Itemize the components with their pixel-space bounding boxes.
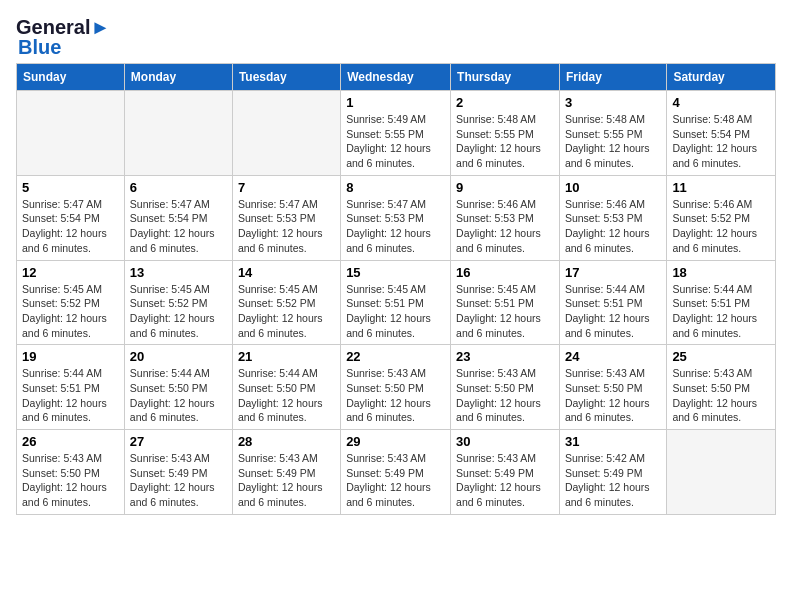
week-row-2: 5Sunrise: 5:47 AMSunset: 5:54 PMDaylight… xyxy=(17,175,776,260)
day-number: 10 xyxy=(565,180,661,195)
calendar-cell: 23Sunrise: 5:43 AMSunset: 5:50 PMDayligh… xyxy=(451,345,560,430)
calendar-cell xyxy=(232,91,340,176)
calendar-cell: 18Sunrise: 5:44 AMSunset: 5:51 PMDayligh… xyxy=(667,260,776,345)
calendar-cell: 31Sunrise: 5:42 AMSunset: 5:49 PMDayligh… xyxy=(559,430,666,515)
calendar-cell: 27Sunrise: 5:43 AMSunset: 5:49 PMDayligh… xyxy=(124,430,232,515)
cell-content: Sunrise: 5:43 AMSunset: 5:49 PMDaylight:… xyxy=(238,452,323,508)
col-header-thursday: Thursday xyxy=(451,64,560,91)
cell-content: Sunrise: 5:45 AMSunset: 5:51 PMDaylight:… xyxy=(346,283,431,339)
calendar-cell: 10Sunrise: 5:46 AMSunset: 5:53 PMDayligh… xyxy=(559,175,666,260)
day-number: 22 xyxy=(346,349,445,364)
day-number: 20 xyxy=(130,349,227,364)
calendar-cell: 16Sunrise: 5:45 AMSunset: 5:51 PMDayligh… xyxy=(451,260,560,345)
col-header-wednesday: Wednesday xyxy=(341,64,451,91)
day-number: 1 xyxy=(346,95,445,110)
day-number: 28 xyxy=(238,434,335,449)
calendar-table: SundayMondayTuesdayWednesdayThursdayFrid… xyxy=(16,63,776,515)
col-header-sunday: Sunday xyxy=(17,64,125,91)
day-number: 21 xyxy=(238,349,335,364)
calendar-cell: 21Sunrise: 5:44 AMSunset: 5:50 PMDayligh… xyxy=(232,345,340,430)
day-number: 2 xyxy=(456,95,554,110)
calendar-cell xyxy=(667,430,776,515)
calendar-cell: 17Sunrise: 5:44 AMSunset: 5:51 PMDayligh… xyxy=(559,260,666,345)
cell-content: Sunrise: 5:46 AMSunset: 5:53 PMDaylight:… xyxy=(456,198,541,254)
cell-content: Sunrise: 5:43 AMSunset: 5:50 PMDaylight:… xyxy=(346,367,431,423)
cell-content: Sunrise: 5:46 AMSunset: 5:52 PMDaylight:… xyxy=(672,198,757,254)
cell-content: Sunrise: 5:43 AMSunset: 5:50 PMDaylight:… xyxy=(456,367,541,423)
calendar-cell: 14Sunrise: 5:45 AMSunset: 5:52 PMDayligh… xyxy=(232,260,340,345)
calendar-cell: 20Sunrise: 5:44 AMSunset: 5:50 PMDayligh… xyxy=(124,345,232,430)
cell-content: Sunrise: 5:44 AMSunset: 5:50 PMDaylight:… xyxy=(238,367,323,423)
cell-content: Sunrise: 5:43 AMSunset: 5:50 PMDaylight:… xyxy=(672,367,757,423)
cell-content: Sunrise: 5:47 AMSunset: 5:53 PMDaylight:… xyxy=(346,198,431,254)
calendar-cell: 22Sunrise: 5:43 AMSunset: 5:50 PMDayligh… xyxy=(341,345,451,430)
day-number: 31 xyxy=(565,434,661,449)
day-number: 3 xyxy=(565,95,661,110)
cell-content: Sunrise: 5:48 AMSunset: 5:55 PMDaylight:… xyxy=(565,113,650,169)
logo-text: General► xyxy=(16,16,110,38)
cell-content: Sunrise: 5:46 AMSunset: 5:53 PMDaylight:… xyxy=(565,198,650,254)
logo-blue-text: Blue xyxy=(18,36,61,59)
calendar-cell: 19Sunrise: 5:44 AMSunset: 5:51 PMDayligh… xyxy=(17,345,125,430)
day-number: 11 xyxy=(672,180,770,195)
calendar-cell xyxy=(17,91,125,176)
day-number: 9 xyxy=(456,180,554,195)
cell-content: Sunrise: 5:48 AMSunset: 5:54 PMDaylight:… xyxy=(672,113,757,169)
day-number: 6 xyxy=(130,180,227,195)
calendar-cell: 8Sunrise: 5:47 AMSunset: 5:53 PMDaylight… xyxy=(341,175,451,260)
cell-content: Sunrise: 5:43 AMSunset: 5:50 PMDaylight:… xyxy=(22,452,107,508)
calendar-cell xyxy=(124,91,232,176)
day-number: 18 xyxy=(672,265,770,280)
calendar-cell: 6Sunrise: 5:47 AMSunset: 5:54 PMDaylight… xyxy=(124,175,232,260)
calendar-cell: 3Sunrise: 5:48 AMSunset: 5:55 PMDaylight… xyxy=(559,91,666,176)
col-header-monday: Monday xyxy=(124,64,232,91)
day-number: 29 xyxy=(346,434,445,449)
cell-content: Sunrise: 5:44 AMSunset: 5:51 PMDaylight:… xyxy=(22,367,107,423)
calendar-cell: 29Sunrise: 5:43 AMSunset: 5:49 PMDayligh… xyxy=(341,430,451,515)
week-row-3: 12Sunrise: 5:45 AMSunset: 5:52 PMDayligh… xyxy=(17,260,776,345)
day-number: 17 xyxy=(565,265,661,280)
cell-content: Sunrise: 5:47 AMSunset: 5:54 PMDaylight:… xyxy=(22,198,107,254)
cell-content: Sunrise: 5:44 AMSunset: 5:51 PMDaylight:… xyxy=(565,283,650,339)
calendar-cell: 25Sunrise: 5:43 AMSunset: 5:50 PMDayligh… xyxy=(667,345,776,430)
day-number: 27 xyxy=(130,434,227,449)
calendar-cell: 7Sunrise: 5:47 AMSunset: 5:53 PMDaylight… xyxy=(232,175,340,260)
cell-content: Sunrise: 5:47 AMSunset: 5:53 PMDaylight:… xyxy=(238,198,323,254)
calendar-cell: 13Sunrise: 5:45 AMSunset: 5:52 PMDayligh… xyxy=(124,260,232,345)
col-header-tuesday: Tuesday xyxy=(232,64,340,91)
week-row-4: 19Sunrise: 5:44 AMSunset: 5:51 PMDayligh… xyxy=(17,345,776,430)
day-number: 5 xyxy=(22,180,119,195)
cell-content: Sunrise: 5:45 AMSunset: 5:51 PMDaylight:… xyxy=(456,283,541,339)
cell-content: Sunrise: 5:48 AMSunset: 5:55 PMDaylight:… xyxy=(456,113,541,169)
cell-content: Sunrise: 5:49 AMSunset: 5:55 PMDaylight:… xyxy=(346,113,431,169)
calendar-cell: 30Sunrise: 5:43 AMSunset: 5:49 PMDayligh… xyxy=(451,430,560,515)
day-number: 14 xyxy=(238,265,335,280)
cell-content: Sunrise: 5:45 AMSunset: 5:52 PMDaylight:… xyxy=(238,283,323,339)
day-number: 25 xyxy=(672,349,770,364)
day-number: 8 xyxy=(346,180,445,195)
day-number: 12 xyxy=(22,265,119,280)
day-number: 4 xyxy=(672,95,770,110)
calendar-cell: 5Sunrise: 5:47 AMSunset: 5:54 PMDaylight… xyxy=(17,175,125,260)
calendar-cell: 4Sunrise: 5:48 AMSunset: 5:54 PMDaylight… xyxy=(667,91,776,176)
col-header-saturday: Saturday xyxy=(667,64,776,91)
cell-content: Sunrise: 5:43 AMSunset: 5:49 PMDaylight:… xyxy=(346,452,431,508)
header-row: SundayMondayTuesdayWednesdayThursdayFrid… xyxy=(17,64,776,91)
day-number: 16 xyxy=(456,265,554,280)
day-number: 30 xyxy=(456,434,554,449)
calendar-cell: 2Sunrise: 5:48 AMSunset: 5:55 PMDaylight… xyxy=(451,91,560,176)
calendar-cell: 1Sunrise: 5:49 AMSunset: 5:55 PMDaylight… xyxy=(341,91,451,176)
col-header-friday: Friday xyxy=(559,64,666,91)
day-number: 7 xyxy=(238,180,335,195)
day-number: 24 xyxy=(565,349,661,364)
cell-content: Sunrise: 5:45 AMSunset: 5:52 PMDaylight:… xyxy=(130,283,215,339)
calendar-cell: 11Sunrise: 5:46 AMSunset: 5:52 PMDayligh… xyxy=(667,175,776,260)
day-number: 26 xyxy=(22,434,119,449)
cell-content: Sunrise: 5:42 AMSunset: 5:49 PMDaylight:… xyxy=(565,452,650,508)
calendar-cell: 12Sunrise: 5:45 AMSunset: 5:52 PMDayligh… xyxy=(17,260,125,345)
calendar-cell: 24Sunrise: 5:43 AMSunset: 5:50 PMDayligh… xyxy=(559,345,666,430)
cell-content: Sunrise: 5:43 AMSunset: 5:49 PMDaylight:… xyxy=(456,452,541,508)
day-number: 15 xyxy=(346,265,445,280)
day-number: 13 xyxy=(130,265,227,280)
calendar-cell: 9Sunrise: 5:46 AMSunset: 5:53 PMDaylight… xyxy=(451,175,560,260)
